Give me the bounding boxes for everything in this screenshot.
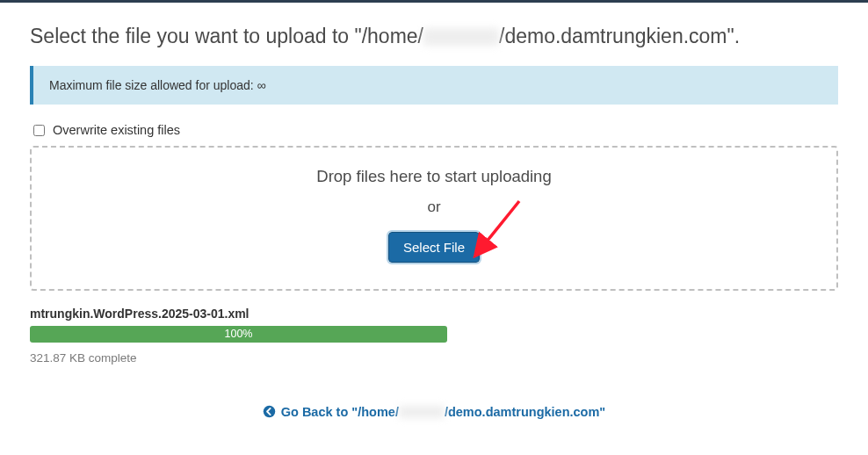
redacted-user-segment: [423, 28, 499, 46]
redacted-user-segment-small: [399, 406, 445, 418]
go-back-row: Go Back to "/home//demo.damtrungkien.com…: [30, 405, 838, 422]
path-prefix: /home/: [362, 25, 423, 47]
arrow-circle-left-icon: [263, 405, 276, 418]
upload-progress-section: mtrungkin.WordPress.2025-03-01.xml 100% …: [30, 307, 838, 365]
svg-point-0: [263, 406, 275, 418]
infobox-text: Maximum file size allowed for upload: ∞: [49, 78, 266, 92]
page-title: Select the file you want to upload to "/…: [30, 24, 838, 50]
upload-status-text: 321.87 KB complete: [30, 351, 838, 365]
go-back-link[interactable]: Go Back to "/home//demo.damtrungkien.com…: [263, 405, 606, 419]
title-suffix: ".: [727, 25, 741, 47]
overwrite-label: Overwrite existing files: [53, 123, 180, 137]
progress-track: 100%: [30, 326, 447, 343]
dropzone[interactable]: Drop files here to start uploading or Se…: [30, 146, 838, 291]
select-file-button[interactable]: Select File: [388, 232, 480, 263]
overwrite-row[interactable]: Overwrite existing files: [30, 122, 838, 139]
drop-text: Drop files here to start uploading: [40, 167, 828, 186]
title-prefix: Select the file you want to upload to ": [30, 25, 362, 47]
goback-prefix: Go Back to "/home/: [281, 405, 399, 419]
overwrite-checkbox[interactable]: [33, 125, 45, 136]
progress-bar: 100%: [30, 326, 447, 343]
max-filesize-info: Maximum file size allowed for upload: ∞: [30, 66, 838, 105]
goback-suffix: /demo.damtrungkien.com": [445, 405, 605, 419]
path-suffix: /demo.damtrungkien.com: [499, 25, 727, 47]
or-text: or: [40, 199, 828, 216]
upload-file-name: mtrungkin.WordPress.2025-03-01.xml: [30, 307, 838, 321]
